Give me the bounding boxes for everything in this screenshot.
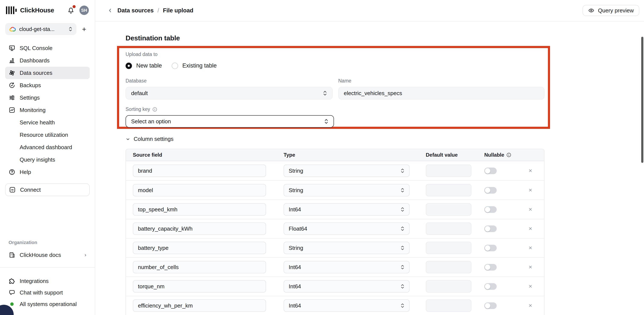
column-settings-toggle[interactable]: Column settings bbox=[126, 136, 644, 142]
remove-column-button[interactable]: × bbox=[529, 283, 532, 289]
source-field-input[interactable] bbox=[138, 206, 261, 213]
nullable-toggle[interactable] bbox=[484, 225, 497, 232]
database-value: default bbox=[131, 90, 148, 97]
type-select[interactable]: String bbox=[284, 165, 410, 177]
sorting-key-label: Sorting key bbox=[126, 106, 150, 112]
remove-column-button[interactable]: × bbox=[529, 187, 532, 193]
source-field-input-wrap bbox=[133, 203, 266, 216]
database-select[interactable]: default bbox=[126, 87, 333, 100]
default-value-input[interactable] bbox=[426, 222, 472, 235]
source-field-input-wrap bbox=[133, 165, 266, 177]
sidebar-item-monitoring[interactable]: Monitoring bbox=[5, 104, 90, 116]
source-field-input[interactable] bbox=[138, 283, 261, 290]
gcp-cloud-icon bbox=[9, 26, 16, 32]
header-type: Type bbox=[284, 152, 410, 158]
source-field-input[interactable] bbox=[138, 264, 261, 270]
chevron-right-icon: › bbox=[84, 252, 86, 258]
remove-column-button[interactable]: × bbox=[529, 302, 532, 308]
vertical-scrollbar[interactable] bbox=[641, 37, 643, 163]
chevron-updown-icon bbox=[400, 207, 404, 212]
sidebar-item-resource-utilization[interactable]: Resource utilization bbox=[5, 129, 90, 141]
sidebar-item-help[interactable]: Help bbox=[5, 166, 90, 178]
back-button[interactable] bbox=[106, 6, 115, 15]
sorting-key-select[interactable]: Select an option bbox=[126, 115, 334, 128]
sidebar-item-sql-console[interactable]: SQL Console bbox=[5, 42, 90, 54]
nullable-toggle[interactable] bbox=[484, 187, 497, 194]
remove-column-button[interactable]: × bbox=[529, 168, 532, 174]
remove-column-button[interactable]: × bbox=[529, 245, 532, 251]
sidebar-item-advanced-dashboard[interactable]: Advanced dashboard bbox=[5, 141, 90, 153]
radio-existing-table[interactable] bbox=[172, 63, 178, 69]
add-service-button[interactable]: + bbox=[78, 24, 90, 35]
type-select[interactable]: String bbox=[284, 184, 410, 196]
avatar[interactable]: SH bbox=[80, 6, 89, 15]
nullable-toggle[interactable] bbox=[484, 206, 497, 213]
source-field-input[interactable] bbox=[138, 245, 261, 251]
nullable-toggle[interactable] bbox=[484, 283, 497, 290]
default-value-input[interactable] bbox=[426, 242, 472, 254]
type-select[interactable]: Float64 bbox=[284, 222, 410, 235]
source-field-input-wrap bbox=[133, 299, 266, 312]
sidebar: ClickHouse SH cloud-get-sta... bbox=[0, 0, 95, 315]
sidebar-item-query-insights[interactable]: Query insights bbox=[5, 153, 90, 166]
type-select[interactable]: Int64 bbox=[284, 280, 410, 292]
sidebar-item-backups[interactable]: Backups bbox=[5, 79, 90, 92]
table-row: Int64 × bbox=[126, 200, 544, 219]
workspace-selector[interactable]: cloud-get-sta... bbox=[5, 23, 76, 35]
chevron-updown-icon bbox=[400, 264, 404, 270]
type-select[interactable]: Int64 bbox=[284, 203, 410, 216]
table-row: Int64 × bbox=[126, 296, 544, 315]
default-value-input[interactable] bbox=[426, 184, 472, 196]
sidebar-item-clickhouse-docs[interactable]: ClickHouse docs › bbox=[5, 249, 90, 261]
query-preview-button[interactable]: Query preview bbox=[582, 5, 639, 16]
source-field-input[interactable] bbox=[138, 225, 261, 232]
source-field-input[interactable] bbox=[138, 187, 261, 194]
default-value-input[interactable] bbox=[426, 165, 472, 177]
chevron-updown-icon bbox=[324, 119, 328, 124]
type-select[interactable]: String bbox=[284, 242, 410, 254]
type-select[interactable]: Int64 bbox=[284, 299, 410, 312]
dashboards-icon bbox=[8, 57, 15, 64]
nullable-toggle[interactable] bbox=[484, 168, 497, 174]
settings-icon bbox=[8, 94, 15, 101]
default-value-input[interactable] bbox=[426, 203, 472, 216]
remove-column-button[interactable]: × bbox=[529, 264, 532, 270]
type-select[interactable]: Int64 bbox=[284, 261, 410, 273]
nullable-toggle[interactable] bbox=[484, 245, 497, 251]
sidebar-item-chat-with-support[interactable]: Chat with support bbox=[5, 287, 90, 298]
sidebar-item-dashboards[interactable]: Dashboards bbox=[5, 54, 90, 67]
sidebar-item-integrations[interactable]: Integrations bbox=[5, 275, 90, 287]
source-field-input[interactable] bbox=[138, 168, 261, 174]
sidebar-item-service-health[interactable]: Service health bbox=[5, 116, 90, 129]
breadcrumb-file-upload[interactable]: File upload bbox=[163, 7, 194, 14]
default-value-input[interactable] bbox=[426, 261, 472, 273]
notifications-button[interactable] bbox=[67, 7, 75, 14]
app-window: ClickHouse SH cloud-get-sta... bbox=[0, 0, 644, 315]
default-value-input[interactable] bbox=[426, 299, 472, 312]
source-field-input[interactable] bbox=[138, 302, 261, 309]
workspace-row: cloud-get-sta... + bbox=[5, 23, 90, 35]
radio-existing-table-label[interactable]: Existing table bbox=[182, 62, 217, 69]
chevron-updown-icon bbox=[400, 303, 404, 308]
radio-new-table[interactable] bbox=[126, 63, 132, 69]
page-title: Destination table bbox=[126, 34, 644, 42]
table-row: Int64 × bbox=[126, 257, 544, 276]
sidebar-item-system-status[interactable]: All systems operational bbox=[5, 298, 90, 310]
table-name-input[interactable] bbox=[344, 90, 539, 97]
sidebar-footer: Integrations Chat with support All syste… bbox=[5, 275, 90, 315]
default-value-input[interactable] bbox=[426, 280, 472, 292]
sidebar-item-settings[interactable]: Settings bbox=[5, 92, 90, 104]
header-nullable: Nullable bbox=[484, 152, 504, 158]
breadcrumb-data-sources[interactable]: Data sources bbox=[118, 7, 154, 14]
nullable-toggle[interactable] bbox=[484, 302, 497, 309]
nullable-toggle[interactable] bbox=[484, 264, 497, 270]
radio-new-table-label[interactable]: New table bbox=[136, 62, 162, 69]
sidebar-item-data-sources[interactable]: Data sources bbox=[5, 67, 90, 79]
remove-column-button[interactable]: × bbox=[529, 226, 532, 232]
connect-icon bbox=[9, 186, 16, 193]
sorting-key-placeholder: Select an option bbox=[131, 118, 171, 125]
clickhouse-logo-icon bbox=[6, 6, 17, 15]
remove-column-button[interactable]: × bbox=[529, 206, 532, 212]
connect-button[interactable]: Connect bbox=[5, 183, 90, 196]
header-default-value: Default value bbox=[426, 152, 472, 158]
